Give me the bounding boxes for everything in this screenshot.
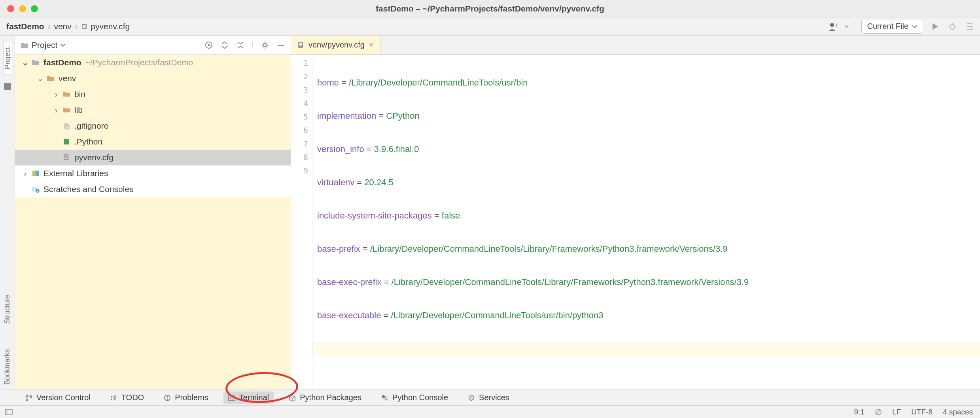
folder-icon — [62, 107, 71, 113]
status-encoding[interactable]: UTF-8 — [911, 408, 933, 416]
tool-problems[interactable]: Problems — [159, 391, 213, 404]
editor-tab-label: venv/pyvenv.cfg — [308, 40, 365, 49]
branch-icon — [25, 394, 32, 401]
svg-point-23 — [36, 189, 40, 193]
svg-text:+: + — [835, 22, 838, 28]
status-readonly-icon[interactable] — [875, 408, 882, 416]
zoom-window-button[interactable] — [31, 5, 38, 12]
tree-item-label: .gitignore — [74, 121, 108, 131]
project-title[interactable]: Project — [21, 40, 65, 50]
status-caret-position[interactable]: 9:1 — [854, 408, 865, 416]
tool-python-console[interactable]: Python Console — [376, 391, 453, 404]
editor-gutter: 1 2 3 4 5 6 7 8 9 — [291, 55, 312, 390]
tree-lib-folder[interactable]: › lib — [15, 102, 291, 118]
file-icon — [62, 154, 71, 161]
tool-python-packages[interactable]: Python Packages — [284, 391, 366, 404]
left-tool-rail: Project Structure Bookmarks — [0, 36, 15, 390]
traffic-lights — [7, 5, 38, 12]
python-icon — [381, 394, 388, 401]
packages-icon — [289, 394, 296, 401]
tree-project-root[interactable]: ⌄ fastDemo ~/PycharmProjects/fastDemo — [15, 55, 291, 70]
folder-icon — [46, 75, 55, 82]
tool-version-control[interactable]: Version Control — [21, 391, 95, 404]
line-number: 5 — [291, 110, 312, 124]
sidebar-tab-bookmarks[interactable]: Bookmarks — [3, 344, 11, 390]
tool-label: Services — [479, 393, 509, 402]
tool-window-toggle[interactable] — [5, 409, 13, 415]
minimize-window-button[interactable] — [19, 5, 26, 12]
dropdown-chevron-icon[interactable] — [845, 24, 848, 29]
tool-services[interactable]: Services — [463, 391, 514, 404]
tree-external-libraries[interactable]: › External Libraries — [15, 165, 291, 181]
gear-icon[interactable] — [261, 41, 269, 49]
line-number: 2 — [291, 70, 312, 83]
tool-terminal[interactable]: Terminal — [223, 391, 274, 404]
chevron-down-icon: ⌄ — [21, 58, 29, 67]
more-actions-button[interactable] — [964, 21, 975, 32]
project-tool-window: Project | ⌄ fastDemo ~/PycharmProjects/f… — [15, 36, 291, 390]
sidebar-tab-structure[interactable]: Structure — [3, 290, 11, 329]
svg-point-29 — [26, 399, 28, 401]
svg-point-11 — [208, 44, 210, 46]
tool-label: TODO — [121, 393, 144, 402]
editor-content[interactable]: 1 2 3 4 5 6 7 8 9 home = /Library/Develo… — [291, 55, 980, 390]
expand-all-icon[interactable] — [220, 41, 229, 49]
tree-python-file[interactable]: .Python — [15, 134, 291, 150]
tool-label: Python Packages — [300, 393, 361, 402]
code-view[interactable]: home = /Library/Developer/CommandLineToo… — [312, 55, 980, 390]
breadcrumb-root-label: fastDemo — [6, 22, 44, 31]
tree-item-label: venv — [59, 74, 76, 83]
breadcrumb-file-label: pyvenv.cfg — [91, 22, 130, 31]
svg-rect-17 — [64, 139, 69, 144]
hide-icon[interactable] — [276, 41, 285, 49]
tree-venv-folder[interactable]: ⌄ venv — [15, 70, 291, 86]
close-window-button[interactable] — [7, 5, 14, 12]
editor-area: venv/pyvenv.cfg ✕ 1 2 3 4 5 6 7 8 9 home… — [291, 36, 980, 390]
line-number: 8 — [291, 150, 312, 164]
project-header: Project | — [15, 36, 291, 55]
close-tab-icon[interactable]: ✕ — [369, 41, 374, 49]
editor-tabs: venv/pyvenv.cfg ✕ — [291, 36, 980, 55]
main-area: Project Structure Bookmarks Project | — [0, 36, 980, 390]
sidebar-tab-project[interactable]: Project — [3, 42, 12, 74]
breadcrumb-sep-icon: › — [75, 20, 78, 32]
line-number: 7 — [291, 137, 312, 150]
window-title: fastDemo – ~/PycharmProjects/fastDemo/ve… — [376, 4, 604, 13]
chevron-right-icon: › — [21, 169, 29, 178]
tree-root-name: fastDemo — [44, 58, 81, 67]
project-title-label: Project — [32, 40, 57, 50]
tree-gitignore-file[interactable]: .gitignore — [15, 118, 291, 134]
svg-rect-34 — [229, 395, 235, 401]
tool-label: Problems — [175, 393, 208, 402]
tree-scratches[interactable]: Scratches and Consoles — [15, 181, 291, 197]
tree-pyvenv-file[interactable]: pyvenv.cfg — [15, 150, 291, 165]
breadcrumb-file[interactable]: pyvenv.cfg — [81, 22, 130, 31]
svg-line-9 — [954, 26, 955, 27]
collapse-all-icon[interactable] — [236, 41, 245, 49]
tool-label: Version Control — [36, 393, 91, 402]
svg-rect-20 — [64, 157, 68, 158]
tree-bin-folder[interactable]: › bin — [15, 86, 291, 102]
svg-rect-21 — [64, 158, 67, 159]
file-icon — [62, 122, 71, 129]
run-button[interactable] — [929, 21, 940, 32]
user-add-icon[interactable]: + — [828, 21, 839, 32]
file-icon — [81, 23, 88, 30]
status-indent[interactable]: 4 spaces — [943, 408, 973, 416]
editor-tab-pyvenv[interactable]: venv/pyvenv.cfg ✕ — [291, 36, 380, 54]
run-configuration-selector[interactable]: Current File — [861, 19, 923, 34]
project-tree[interactable]: ⌄ fastDemo ~/PycharmProjects/fastDemo ⌄ … — [15, 55, 291, 390]
svg-rect-25 — [299, 43, 302, 44]
select-opened-file-icon[interactable] — [204, 41, 213, 49]
project-toolbar: | — [204, 41, 285, 49]
breadcrumb-root[interactable]: fastDemo — [6, 22, 44, 31]
folder-icon — [21, 42, 28, 49]
chevron-down-icon — [912, 25, 917, 28]
breadcrumb-folder[interactable]: venv — [54, 22, 71, 31]
folder-icon — [62, 91, 71, 97]
status-line-separator[interactable]: LF — [892, 408, 901, 416]
scratches-icon — [31, 186, 40, 193]
breadcrumb[interactable]: fastDemo › venv › pyvenv.cfg — [6, 20, 130, 32]
debug-button[interactable] — [947, 21, 958, 32]
tool-todo[interactable]: TODO — [106, 391, 149, 404]
